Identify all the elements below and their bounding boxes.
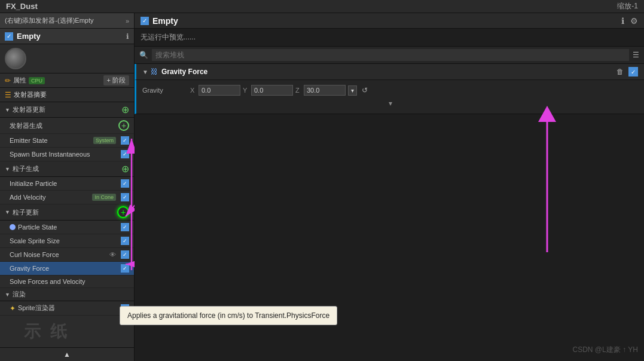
add-velocity-label: Add Velocity <box>10 194 92 201</box>
xyz-z-group: Z <box>295 85 346 96</box>
right-click-label: (右键)添加发射器-(选择)Empty <box>5 16 94 25</box>
list-item-spawn-burst[interactable]: Spawn Burst Instantaneous <box>0 148 134 161</box>
particle-state-check[interactable] <box>121 223 129 231</box>
list-item-gravity-force[interactable]: Gravity Force <box>0 262 134 276</box>
initialize-particle-check[interactable] <box>121 179 129 188</box>
particle-update-add[interactable]: + <box>117 206 129 218</box>
gravity-force-check[interactable] <box>121 264 129 273</box>
particle-state-label: Particle State <box>18 224 118 231</box>
gravity-expand-down[interactable]: ▾ <box>389 99 392 108</box>
emitter-update-label: 发射器更新 <box>13 105 45 114</box>
spawn-burst-check[interactable] <box>121 150 129 158</box>
attr-row: ✏ 属性 CPU + 阶段 <box>0 74 134 88</box>
add-velocity-check[interactable] <box>121 193 129 201</box>
gravity-section: ▼ ⛓ Gravity Force 🗑 Gravity X Y <box>135 64 644 114</box>
star-icon: ✦ <box>10 304 16 313</box>
gravity-params: Gravity X Y Z <box>135 80 644 114</box>
gravity-reset[interactable]: ↺ <box>362 86 368 94</box>
gravity-section-header[interactable]: ▼ ⛓ Gravity Force 🗑 <box>135 64 644 80</box>
list-item-solve-forces[interactable]: Solve Forces and Velocity <box>0 276 134 288</box>
emitter-birth-item[interactable]: 发射器生成 + <box>0 118 134 134</box>
spawn-burst-label: Spawn Burst Instantaneous <box>10 151 118 158</box>
emitter-summary-icon: ☰ <box>5 91 11 99</box>
search-icon: 🔍 <box>139 51 148 59</box>
scale-sprite-label: Scale Sprite Size <box>10 237 118 244</box>
window-title: FX_Dust <box>6 2 38 11</box>
eye-icon[interactable]: 👁 <box>109 251 116 258</box>
collapse-arrow: ▲ <box>63 350 71 359</box>
particle-birth-add[interactable]: ⊕ <box>121 163 129 175</box>
scale-sprite-check[interactable] <box>121 237 129 245</box>
expand-button[interactable]: » <box>126 17 129 25</box>
particle-update-header[interactable]: ▼ 粒子更新 + <box>0 204 134 221</box>
cpu-badge[interactable]: CPU <box>29 77 45 84</box>
initialize-particle-label: Initialize Particle <box>10 180 118 187</box>
tooltip-box: Applies a gravitational force (in cm/s) … <box>120 306 337 325</box>
right-top-bar: Empty ℹ ⚙ <box>135 13 644 29</box>
right-click-bar[interactable]: (右键)添加发射器-(选择)Empty » <box>0 13 134 29</box>
emitter-state-badge: System <box>93 137 116 144</box>
left-panel: (右键)添加发射器-(选择)Empty » Empty ℹ ✏ 属性 CPU +… <box>0 13 135 361</box>
right-panel-title: Empty <box>152 16 178 26</box>
right-info-icon[interactable]: ℹ <box>621 16 624 26</box>
render-header[interactable]: ▼ 渲染 <box>0 288 134 301</box>
emitter-birth-add[interactable]: + <box>118 120 129 131</box>
right-settings-icon[interactable]: ⚙ <box>630 16 638 26</box>
search-input[interactable] <box>152 49 629 61</box>
filter-icon[interactable]: ☰ <box>633 51 639 59</box>
list-item-initialize-particle[interactable]: Initialize Particle <box>0 177 134 191</box>
list-item-curl-noise[interactable]: Curl Noise Force 👁 <box>0 248 134 262</box>
solve-forces-label: Solve Forces and Velocity <box>10 278 129 285</box>
watermark: CSDN @L建豪 ↑ YH <box>572 345 638 355</box>
emitter-update-tri: ▼ <box>5 107 10 113</box>
top-bar: FX_Dust 缩放-1 <box>0 0 644 13</box>
zoom-label: 缩放-1 <box>617 1 638 11</box>
emitter-state-label: Emitter State <box>10 137 93 144</box>
list-item-emitter-state[interactable]: Emitter State System <box>0 134 134 148</box>
gravity-x-input[interactable] <box>199 85 240 96</box>
gravity-trash-icon[interactable]: 🗑 <box>616 68 624 76</box>
attr-label: 属性 <box>13 76 26 85</box>
emitter-summary-label: 发射器摘要 <box>14 90 47 99</box>
empty-checkbox[interactable] <box>5 32 13 41</box>
gravity-y-input[interactable] <box>251 85 293 96</box>
gravity-param-xyz: X Y Z ▾ ↺ <box>190 85 638 96</box>
render-label: 渲染 <box>13 290 26 299</box>
gravity-z-input[interactable] <box>304 85 346 96</box>
x-label: X <box>190 87 199 94</box>
curl-noise-check[interactable] <box>121 250 129 259</box>
list-item-particle-state[interactable]: Particle State <box>0 221 134 234</box>
add-velocity-badge: In Cone <box>92 194 116 201</box>
particle-birth-header[interactable]: ▼ 粒子生成 ⊕ <box>0 161 134 177</box>
gravity-param-row: Gravity X Y Z <box>142 85 638 96</box>
sprite-renderer-label: Sprite渲染器 <box>18 304 118 313</box>
info-icon[interactable]: ℹ <box>126 32 129 41</box>
curl-noise-label: Curl Noise Force <box>10 251 109 258</box>
particle-update-tri: ▼ <box>5 209 10 215</box>
list-item-scale-sprite[interactable]: Scale Sprite Size <box>0 234 134 248</box>
list-item-add-velocity[interactable]: Add Velocity In Cone <box>0 191 134 204</box>
emitter-update-add[interactable]: ⊕ <box>121 104 129 115</box>
particle-birth-tri: ▼ <box>5 166 10 172</box>
emitter-summary-header[interactable]: ☰ 发射器摘要 <box>0 88 134 102</box>
particle-update-label: 粒子更新 <box>13 208 39 217</box>
thumbnail-row <box>0 44 134 74</box>
y-label: Y <box>243 87 251 94</box>
list-item-sprite-renderer[interactable]: ✦ Sprite渲染器 <box>0 301 134 316</box>
gravity-force-label: Gravity Force <box>10 265 118 272</box>
particle-state-dot <box>10 224 16 230</box>
xyz-y-group: Y <box>243 85 293 96</box>
gravity-dropdown[interactable]: ▾ <box>348 85 357 96</box>
gravity-param-label: Gravity <box>142 87 190 94</box>
gravity-enable-check[interactable] <box>628 67 638 77</box>
right-panel-checkbox[interactable] <box>141 17 149 25</box>
z-label: Z <box>295 87 304 94</box>
emitter-birth-label: 发射器生成 <box>10 121 118 130</box>
stage-button[interactable]: + 阶段 <box>103 75 129 85</box>
gravity-title: Gravity Force <box>161 68 616 76</box>
emitter-state-check[interactable] <box>121 136 129 145</box>
collapse-button[interactable]: ▲ <box>0 347 134 361</box>
pencil-icon: ✏ <box>5 77 11 85</box>
gravity-expand-tri: ▼ <box>142 69 148 75</box>
emitter-update-header[interactable]: ▼ 发射器更新 ⊕ <box>0 102 134 118</box>
